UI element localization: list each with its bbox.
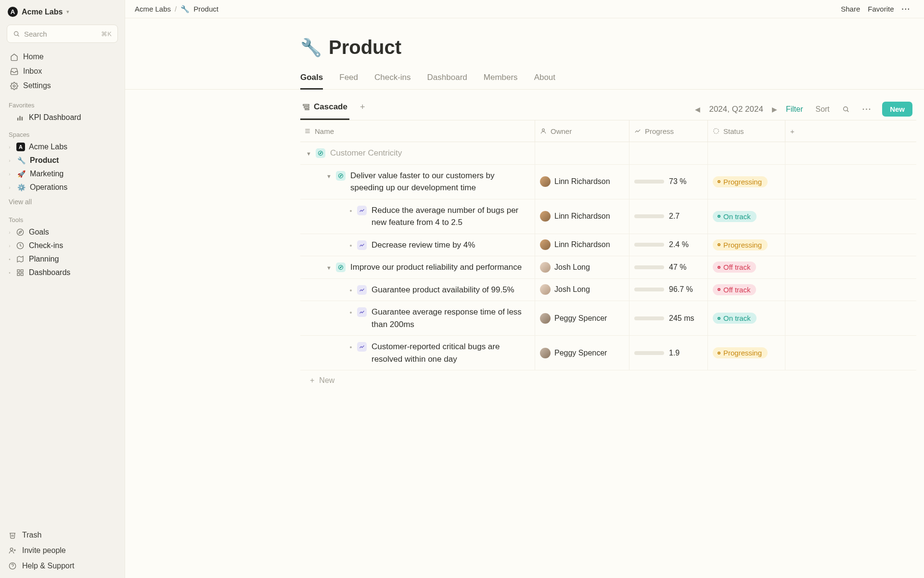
emoji-icon: ⚙️ bbox=[16, 184, 26, 191]
tab-members[interactable]: Members bbox=[484, 70, 518, 89]
svg-rect-3 bbox=[17, 118, 19, 120]
favorite-button[interactable]: Favorite bbox=[864, 3, 898, 15]
new-row[interactable]: + New bbox=[300, 370, 916, 391]
status-badge[interactable]: On track bbox=[713, 313, 757, 324]
table-row[interactable]: •Customer-reported critical bugs are res… bbox=[300, 336, 916, 370]
column-progress[interactable]: Progress bbox=[629, 120, 708, 142]
period-prev[interactable]: ◀ bbox=[695, 105, 700, 113]
caret-down-icon[interactable]: ▼ bbox=[306, 147, 313, 158]
status-badge[interactable]: Progressing bbox=[713, 239, 768, 250]
filter-button[interactable]: Filter bbox=[782, 103, 807, 116]
status-badge[interactable]: Off track bbox=[713, 284, 756, 295]
column-name[interactable]: Name bbox=[300, 120, 535, 142]
share-button[interactable]: Share bbox=[837, 3, 864, 15]
workspace-switcher[interactable]: A Acme Labs ▾ bbox=[0, 0, 125, 22]
svg-point-27 bbox=[542, 129, 545, 131]
tab-goals[interactable]: Goals bbox=[300, 70, 323, 90]
tool-item-goals[interactable]: ›Goals bbox=[4, 225, 121, 239]
progress-bar bbox=[634, 214, 664, 218]
space-item-product[interactable]: ›🔧Product bbox=[4, 154, 121, 167]
search-table-icon[interactable] bbox=[838, 104, 854, 115]
favorite-item-kpi[interactable]: KPI Dashboard bbox=[4, 111, 121, 124]
breadcrumb: Acme Labs / 🔧 Product bbox=[135, 5, 218, 13]
section-favorites: Favorites bbox=[0, 95, 125, 111]
expand-icon[interactable]: › bbox=[7, 185, 13, 190]
status-badge[interactable]: Off track bbox=[713, 262, 756, 273]
chart-icon bbox=[16, 114, 25, 121]
compass-icon bbox=[336, 263, 346, 272]
expand-icon[interactable]: › bbox=[7, 158, 13, 163]
sort-button[interactable]: Sort bbox=[811, 103, 833, 116]
expand-icon[interactable]: › bbox=[7, 171, 13, 177]
avatar bbox=[540, 211, 551, 222]
avatar bbox=[540, 262, 551, 273]
tool-label: Dashboards bbox=[29, 268, 70, 277]
space-item-marketing[interactable]: ›🚀Marketing bbox=[4, 167, 121, 181]
status-icon bbox=[713, 128, 719, 134]
status-badge[interactable]: On track bbox=[713, 211, 757, 222]
expand-icon[interactable]: › bbox=[7, 144, 13, 150]
page-title-text[interactable]: Product bbox=[329, 37, 401, 58]
view-cascade[interactable]: Cascade bbox=[300, 98, 349, 120]
tab-dashboard[interactable]: Dashboard bbox=[427, 70, 467, 89]
nav-home[interactable]: Home bbox=[5, 50, 120, 64]
status-badge[interactable]: Progressing bbox=[713, 176, 768, 187]
search-input[interactable]: Search ⌘K bbox=[7, 25, 118, 43]
space-item-operations[interactable]: ›⚙️Operations bbox=[4, 181, 121, 194]
nav-settings[interactable]: Settings bbox=[5, 79, 120, 93]
period-label[interactable]: 2024, Q2 2024 bbox=[709, 105, 763, 114]
tab-about[interactable]: About bbox=[534, 70, 555, 89]
table-more-icon[interactable]: ··· bbox=[859, 103, 875, 116]
nav-trash[interactable]: Trash bbox=[0, 527, 125, 543]
compass-icon bbox=[16, 228, 25, 236]
table-row[interactable]: •Guarantee average response time of less… bbox=[300, 301, 916, 336]
tool-item-check-ins[interactable]: ›Check-ins bbox=[4, 239, 121, 252]
row-title: Guarantee average response time of less … bbox=[372, 306, 530, 330]
more-icon[interactable]: ··· bbox=[898, 3, 914, 15]
add-view-button[interactable]: + bbox=[354, 99, 371, 119]
table-row[interactable]: ▼Customer Centricity bbox=[300, 142, 916, 165]
space-label: Marketing bbox=[30, 170, 64, 178]
nav-inbox[interactable]: Inbox bbox=[5, 64, 120, 79]
tab-feed[interactable]: Feed bbox=[339, 70, 358, 89]
user-plus-icon bbox=[9, 547, 17, 554]
svg-rect-19 bbox=[303, 105, 309, 106]
tool-item-planning[interactable]: •Planning bbox=[4, 252, 121, 266]
svg-rect-10 bbox=[17, 270, 20, 272]
table-row[interactable]: •Decrease review time by 4%Linn Richards… bbox=[300, 234, 916, 257]
tab-check-ins[interactable]: Check-ins bbox=[374, 70, 411, 89]
caret-down-icon[interactable]: ▼ bbox=[326, 170, 333, 181]
row-title: Reduce the average number of bugs per ne… bbox=[372, 204, 530, 229]
new-button[interactable]: New bbox=[882, 102, 912, 117]
breadcrumb-root[interactable]: Acme Labs bbox=[135, 5, 171, 13]
add-column[interactable]: + bbox=[785, 127, 916, 135]
progress-bar bbox=[634, 288, 664, 291]
period-next[interactable]: ▶ bbox=[772, 105, 777, 113]
nav-help[interactable]: Help & Support bbox=[0, 558, 125, 578]
column-owner[interactable]: Owner bbox=[535, 120, 629, 142]
table-row[interactable]: •Reduce the average number of bugs per n… bbox=[300, 199, 916, 234]
table-row[interactable]: ▼Improve our product reliability and per… bbox=[300, 256, 916, 279]
owner-name: Linn Richardson bbox=[554, 212, 610, 221]
search-placeholder: Search bbox=[24, 30, 101, 38]
chart-icon bbox=[357, 285, 367, 295]
column-status[interactable]: Status bbox=[708, 120, 785, 142]
nav-invite[interactable]: Invite people bbox=[0, 543, 125, 558]
tool-item-dashboards[interactable]: •Dashboards bbox=[4, 266, 121, 279]
avatar bbox=[540, 284, 551, 295]
space-label: Operations bbox=[30, 183, 67, 192]
breadcrumb-leaf[interactable]: Product bbox=[193, 5, 218, 13]
svg-point-31 bbox=[339, 173, 343, 178]
status-badge[interactable]: Progressing bbox=[713, 347, 768, 358]
table-row[interactable]: •Guarantee product availability of 99.5%… bbox=[300, 279, 916, 302]
expand-icon[interactable]: › bbox=[7, 243, 13, 249]
caret-down-icon[interactable]: ▼ bbox=[326, 261, 333, 272]
space-item-acme-labs[interactable]: ›AAcme Labs bbox=[4, 140, 121, 154]
status-dot-icon bbox=[718, 266, 720, 269]
table-row[interactable]: ▼Deliver value faster to our customers b… bbox=[300, 165, 916, 199]
expand-icon[interactable]: › bbox=[7, 230, 13, 235]
nav-label: Home bbox=[23, 53, 44, 61]
page-icon[interactable]: 🔧 bbox=[300, 38, 322, 58]
svg-rect-11 bbox=[21, 270, 23, 272]
view-all-spaces[interactable]: View all bbox=[0, 194, 125, 210]
